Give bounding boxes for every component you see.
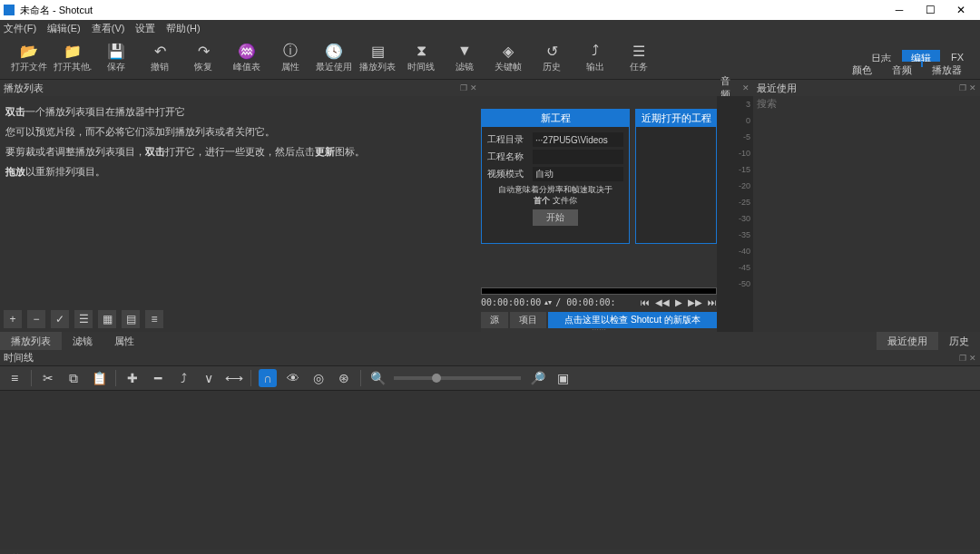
audio-tick: -45 (717, 263, 750, 279)
recent-button[interactable]: 🕓最近使用 (312, 42, 356, 73)
undo-button[interactable]: ↶撤销 (138, 42, 181, 73)
subtab-filters[interactable]: 滤镜 (62, 332, 103, 350)
audio-panel-header: 音频... ✕ (717, 80, 753, 96)
transport-controls: 00:00:00:00 ▴▾ / 00:00:00: ⏮ ◀◀ ▶ ▶▶ ⏭ (481, 295, 717, 310)
menu-help[interactable]: 帮助(H) (166, 22, 200, 35)
export-button[interactable]: ⤴输出 (573, 42, 617, 73)
history-icon: ↺ (543, 42, 561, 60)
save-button[interactable]: 💾保存 (94, 42, 138, 73)
close-panel-icon[interactable]: ✕ (969, 83, 976, 92)
tab-color[interactable]: 颜色 (843, 62, 881, 79)
playlist-button[interactable]: ▤播放列表 (356, 42, 399, 73)
split-icon[interactable]: ⟷ (225, 369, 243, 387)
filters-button[interactable]: ▼滤镜 (443, 42, 486, 73)
properties-button[interactable]: ⓘ属性 (269, 42, 312, 73)
stepper-icon[interactable]: ▴▾ (544, 298, 552, 306)
skip-start-icon[interactable]: ⏮ (641, 297, 650, 307)
btm-tab-timeline[interactable]: 时间线 (52, 549, 103, 554)
menu-view[interactable]: 查看(V) (92, 22, 125, 35)
list-view-button[interactable]: ☰ (74, 310, 93, 328)
audio-tick: -25 (717, 198, 750, 214)
main-toolbar: 📂打开文件📁打开其他.💾保存↶撤销↷恢复♒峰值表ⓘ属性🕓最近使用▤播放列表⧗时间… (0, 36, 980, 80)
remove-icon[interactable]: ━ (149, 369, 167, 387)
timeline-area[interactable] (0, 391, 980, 549)
zoom-in-icon[interactable]: 🔎 (528, 369, 546, 387)
tab-project[interactable]: 项目 (510, 312, 546, 328)
scrub-icon[interactable]: 👁 (284, 369, 302, 387)
zoom-fit-icon[interactable]: ▣ (554, 369, 572, 387)
history-button[interactable]: ↺历史 (530, 42, 573, 73)
tab-player[interactable]: 播放器 (923, 62, 971, 79)
undock-icon[interactable]: ❐ (959, 354, 966, 363)
properties-icon: ⓘ (281, 42, 299, 60)
jobs-button[interactable]: ☰任务 (617, 42, 661, 73)
playlist-title: 播放列表 (4, 82, 44, 95)
recent-panel (753, 96, 980, 332)
close-panel-icon[interactable]: ✕ (969, 354, 976, 363)
menu-button[interactable]: ≡ (145, 310, 163, 328)
play-icon[interactable]: ▶ (675, 297, 682, 307)
close-panel-icon[interactable]: ✕ (742, 83, 750, 92)
update-check-button[interactable]: 点击这里以检查 Shotcut 的新版本 (548, 312, 717, 328)
undock-icon[interactable]: ❐ (959, 83, 966, 92)
playlist-panel: 双击一个播放列表项目在播放器中打开它 您可以预览片段，而不必将它们添加到播放列表… (0, 96, 481, 332)
peak-meter-button[interactable]: ♒峰值表 (225, 42, 269, 73)
tab-source[interactable]: 源 (481, 312, 508, 328)
timecode-current[interactable]: 00:00:00:00 (481, 297, 541, 307)
tab-audio[interactable]: 音频 (883, 62, 921, 79)
grid-view-button[interactable]: ▤ (122, 310, 140, 328)
ripple-icon[interactable]: ◎ (309, 369, 328, 387)
open-other-button[interactable]: 📁打开其他. (51, 42, 94, 73)
subtab-history[interactable]: 历史 (938, 332, 980, 350)
overwrite-icon[interactable]: ∨ (200, 369, 218, 387)
search-input[interactable] (753, 96, 980, 111)
cut-icon[interactable]: ✂ (39, 369, 57, 387)
video-mode-select[interactable]: 自动 (533, 167, 623, 181)
maximize-button[interactable]: ☐ (915, 0, 946, 20)
timeline-button[interactable]: ⧗时间线 (399, 42, 443, 73)
skip-end-icon[interactable]: ⏭ (708, 297, 717, 307)
undock-icon[interactable]: ❐ (460, 83, 467, 92)
zoom-slider[interactable] (394, 376, 521, 380)
project-dir-field[interactable]: ···27PU5G\Videos (533, 132, 623, 147)
remove-button[interactable]: − (27, 310, 45, 328)
jobs-icon: ☰ (630, 42, 648, 60)
append-icon[interactable]: ✚ (123, 369, 142, 387)
scrub-bar[interactable] (481, 287, 717, 295)
snap-icon[interactable]: ∩ (259, 369, 277, 387)
project-name-field[interactable] (533, 150, 623, 164)
lift-icon[interactable]: ⤴ (174, 369, 192, 387)
audio-tick: -15 (717, 165, 750, 181)
audio-tick: -10 (717, 149, 750, 165)
menu-settings[interactable]: 设置 (135, 22, 155, 35)
menu-file[interactable]: 文件(F) (4, 22, 36, 35)
help-text: 一个播放列表项目在播放器中打开它 (25, 106, 185, 117)
rewind-icon[interactable]: ◀◀ (655, 297, 670, 307)
start-button[interactable]: 开始 (533, 209, 578, 226)
paste-icon[interactable]: 📋 (90, 369, 108, 387)
timecode-total: / 00:00:00: (555, 297, 615, 307)
ripple-all-icon[interactable]: ⊛ (335, 369, 353, 387)
menu-icon[interactable]: ≡ (5, 369, 24, 387)
subtab-playlist[interactable]: 播放列表 (0, 332, 62, 350)
copy-icon[interactable]: ⧉ (64, 369, 83, 387)
playlist-icon: ▤ (368, 42, 387, 60)
tile-view-button[interactable]: ▦ (98, 310, 116, 328)
redo-button[interactable]: ↷恢复 (181, 42, 225, 73)
subtab-recent[interactable]: 最近使用 (877, 332, 938, 350)
btm-tab-keyframes[interactable]: 关键帧 (0, 549, 52, 554)
menu-edit[interactable]: 编辑(E) (47, 22, 81, 35)
check-button[interactable]: ✓ (51, 310, 69, 328)
fast-forward-icon[interactable]: ▶▶ (688, 297, 702, 307)
close-panel-icon[interactable]: ✕ (470, 83, 477, 92)
close-button[interactable]: ✕ (946, 0, 976, 20)
zoom-out-icon[interactable]: 🔍 (368, 369, 387, 387)
undo-icon: ↶ (151, 42, 169, 60)
add-button[interactable]: + (4, 310, 22, 328)
timeline-title: 时间线 (4, 351, 34, 364)
folder-open-button[interactable]: 📂打开文件 (7, 42, 51, 73)
subtab-properties[interactable]: 属性 (103, 332, 145, 350)
peak-meter-icon: ♒ (238, 42, 256, 60)
minimize-button[interactable]: ─ (884, 0, 915, 20)
keyframes-button[interactable]: ◈关键帧 (486, 42, 530, 73)
